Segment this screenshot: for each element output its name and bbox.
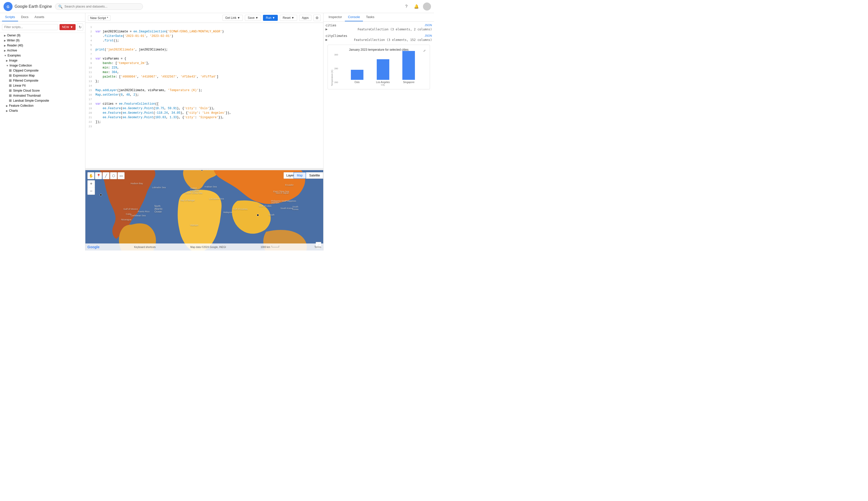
- tree-item-landsat-simple-composite[interactable]: Landsat Simple Composite: [0, 98, 85, 103]
- chart-inner: Temperature (K) 300 280 260: [331, 53, 427, 86]
- tree-item-owner[interactable]: ▶ Owner (9): [0, 33, 85, 38]
- zoom-group: + −: [87, 180, 95, 195]
- bar-group-singapore: Singapore: [396, 51, 422, 84]
- json-badge[interactable]: JSON: [425, 34, 432, 37]
- bar-label-la: Los Angeles: [376, 81, 390, 84]
- tree-item-image-collection[interactable]: ▼ Image Collection: [0, 63, 85, 68]
- map-tools: ✋ 📍 ╱ ⬡ ▭: [87, 172, 125, 179]
- reset-button[interactable]: Reset ▼: [280, 15, 297, 21]
- get-link-button[interactable]: Get Link ▼: [222, 15, 243, 21]
- tab-inspector[interactable]: Inspector: [325, 13, 345, 21]
- search-bar[interactable]: 🔍: [55, 3, 143, 10]
- left-panel: Scripts Docs Assets NEW ▼ ↻ ▶ Owner (9) …: [0, 13, 85, 250]
- apps-button[interactable]: Apps: [299, 15, 312, 21]
- tree-label: Writer (9): [7, 39, 20, 42]
- chart-bars-area: Oslo Los Angeles Singapore: [339, 53, 427, 86]
- tree-item-writer[interactable]: ▶ Writer (9): [0, 38, 85, 43]
- tab-docs[interactable]: Docs: [18, 13, 32, 21]
- polygon-tool-button[interactable]: ⬡: [110, 172, 117, 179]
- code-line: 6 print('jan2023Climate', jan2023Climate…: [85, 47, 323, 52]
- pan-tool-button[interactable]: ✋: [87, 172, 94, 179]
- satellite-view-button[interactable]: Satellite: [306, 172, 323, 179]
- panel-divider[interactable]: · · · · ·: [85, 168, 323, 170]
- code-line: 21 ee.Feature(ee.Geometry.Point(103.83, …: [85, 115, 323, 120]
- chart-expand-button[interactable]: ⤢: [423, 49, 426, 52]
- notification-button[interactable]: 🔔: [413, 3, 420, 10]
- tree-item-examples[interactable]: ▼ Examples: [0, 53, 85, 58]
- keyboard-shortcuts[interactable]: Keyboard shortcuts: [134, 246, 156, 248]
- svg-text:G: G: [7, 5, 10, 9]
- new-script-button[interactable]: NEW ▼: [60, 24, 76, 30]
- dropdown-arrow-icon: ▼: [237, 16, 240, 20]
- expand-icon[interactable]: ▶: [325, 38, 327, 41]
- console-value: FeatureCollection (3 elements, 2 columns…: [358, 28, 432, 31]
- zoom-in-button[interactable]: +: [88, 180, 95, 188]
- console-value-row: ▶ FeatureCollection (3 elements, 152 col…: [325, 38, 432, 42]
- bar-singapore: [402, 51, 415, 80]
- right-panel: Inspector Console Tasks cities JSON ▶ Fe…: [324, 13, 434, 250]
- filter-scripts-input[interactable]: [2, 24, 58, 30]
- tree-item-simple-cloud-score[interactable]: Simple Cloud Score: [0, 88, 85, 93]
- code-editor[interactable]: 1 2 var jan2023Climate = ee.ImageCollect…: [85, 23, 323, 168]
- tree-item-linear-fit[interactable]: Linear Fit: [0, 83, 85, 88]
- tree-item-reader[interactable]: ▶ Reader (40): [0, 43, 85, 48]
- code-line: 19 ee.Feature(ee.Geometry.Point(10.75, 5…: [85, 106, 323, 111]
- tab-console[interactable]: Console: [345, 13, 363, 21]
- editor-tab[interactable]: New Script *: [88, 15, 111, 21]
- editor-toolbar: New Script * Get Link ▼ Save ▼ Run ▼ Res…: [85, 13, 323, 23]
- tree-item-image[interactable]: ▶ Image: [0, 58, 85, 63]
- code-line: 10 min: 229,: [85, 65, 323, 70]
- map-container[interactable]: Hudson Bay Labrador Sea NorthAtlanticOce…: [85, 170, 323, 250]
- user-avatar[interactable]: [423, 2, 431, 11]
- tree-label: Feature Collection: [9, 104, 33, 107]
- google-logo-icon: G: [3, 1, 13, 12]
- run-button[interactable]: Run ▼: [263, 15, 278, 21]
- help-button[interactable]: ?: [403, 3, 410, 10]
- code-line: 11 max: 304,: [85, 70, 323, 75]
- file-icon: [9, 74, 12, 77]
- tab-scripts[interactable]: Scripts: [2, 13, 18, 21]
- tree-label: Expression Map: [13, 74, 35, 77]
- arrow-icon: ▶: [6, 104, 8, 107]
- code-line: 3 .filterDate('2023-01-01', '2023-02-01'…: [85, 34, 323, 39]
- search-input[interactable]: [64, 4, 140, 8]
- terms-link[interactable]: Terms: [314, 246, 321, 248]
- save-label: Save: [248, 16, 254, 20]
- tree-item-filtered-composite[interactable]: Filtered Composite: [0, 78, 85, 83]
- marker-tool-button[interactable]: 📍: [95, 172, 102, 179]
- file-icon: [9, 79, 12, 82]
- expand-icon[interactable]: ▶: [325, 28, 327, 31]
- map-data-attribution: Map data ©2024 Google, INEGI: [190, 246, 226, 248]
- save-button[interactable]: Save ▼: [245, 15, 261, 21]
- zoom-out-button[interactable]: −: [88, 188, 95, 194]
- tree-item-feature-collection[interactable]: ▶ Feature Collection: [0, 103, 85, 108]
- rectangle-tool-button[interactable]: ▭: [117, 172, 125, 179]
- x-axis-title: City: [339, 84, 427, 86]
- tree-item-archive[interactable]: ▶ Archive: [0, 48, 85, 53]
- console-key: cities: [325, 24, 336, 27]
- tree-item-animated-thumbnail[interactable]: Animated Thumbnail: [0, 93, 85, 98]
- center-panel: New Script * Get Link ▼ Save ▼ Run ▼ Res…: [85, 13, 324, 250]
- arrow-icon: ▶: [6, 59, 8, 62]
- arrow-icon: ▶: [6, 109, 8, 112]
- settings-button[interactable]: ⚙: [313, 14, 321, 21]
- map-view-button[interactable]: Map: [294, 172, 306, 179]
- console-value-row: ▶ FeatureCollection (3 elements, 2 colum…: [325, 28, 432, 31]
- bar-chart: Oslo Los Angeles Singapore: [339, 53, 427, 84]
- tab-tasks[interactable]: Tasks: [363, 13, 377, 21]
- tree-item-clipped-composite[interactable]: Clipped Composite: [0, 68, 85, 73]
- scale-indicator: 1000 km └───┘: [260, 246, 280, 248]
- tab-assets[interactable]: Assets: [31, 13, 47, 21]
- y-tick: 300: [334, 53, 338, 56]
- code-line: 12 palette: ['#000004', '#410967', '#932…: [85, 75, 323, 79]
- tree-item-charts[interactable]: ▶ Charts: [0, 108, 85, 113]
- polyline-tool-button[interactable]: ╱: [103, 172, 109, 179]
- console-content: cities JSON ▶ FeatureCollection (3 eleme…: [324, 22, 434, 250]
- code-line: 14: [85, 84, 323, 88]
- scripts-tree: ▶ Owner (9) ▶ Writer (9) ▶ Reader (40) ▶…: [0, 33, 85, 250]
- chart-y-ticks: 300 280 260: [334, 53, 339, 86]
- tree-label: Archive: [7, 49, 17, 52]
- json-badge[interactable]: JSON: [425, 24, 432, 26]
- tree-item-expression-map[interactable]: Expression Map: [0, 73, 85, 78]
- refresh-button[interactable]: ↻: [77, 24, 83, 31]
